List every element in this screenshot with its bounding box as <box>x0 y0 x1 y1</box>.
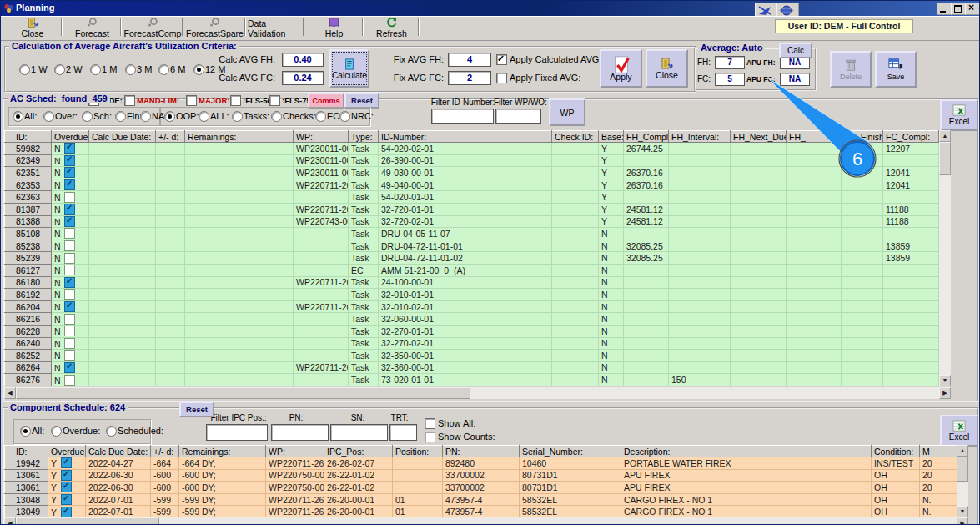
radio-over[interactable] <box>43 111 54 122</box>
column-header[interactable]: FH_ <box>787 131 842 143</box>
radio-checks[interactable] <box>271 111 282 122</box>
column-header[interactable]: ID: <box>13 131 52 143</box>
column-header[interactable]: Check ID: <box>552 131 599 143</box>
row-checkbox[interactable] <box>64 326 75 336</box>
row-checkbox[interactable] <box>64 265 75 275</box>
restore-button[interactable] <box>951 3 966 15</box>
avg-fc-field[interactable]: 5 <box>715 73 745 86</box>
row-checkbox[interactable] <box>61 507 72 517</box>
show-all-checkbox[interactable] <box>425 418 435 429</box>
scroll-down-button[interactable]: ▼ <box>957 506 968 517</box>
table-row[interactable]: 62351NWP230011-004Task49-030-00-01Y26370… <box>5 167 939 179</box>
toolbar-close-button[interactable]: Close <box>4 17 61 38</box>
table-row[interactable]: 19942Y2022-04-27-664-664 DY;WP220711-267… <box>5 457 957 470</box>
radio-comp-all[interactable] <box>20 426 31 437</box>
row-checkbox[interactable] <box>64 179 75 190</box>
table-row[interactable]: 86192NTask32-010-01-01N <box>5 289 939 301</box>
column-header[interactable]: Overdue: <box>52 131 89 143</box>
table-row[interactable]: 86228NTask32-270-01-01N <box>5 325 939 337</box>
column-header[interactable]: Remainings: <box>185 131 294 143</box>
row-checkbox[interactable] <box>64 240 75 251</box>
table-row[interactable]: 13049Y2022-07-01-599-599 DY;WP220711-267… <box>5 506 957 517</box>
show-counts-checkbox[interactable] <box>425 432 435 442</box>
row-checkbox[interactable] <box>64 338 75 349</box>
table-row[interactable]: 85108NTaskDRU-04-05-11-07N <box>5 228 939 240</box>
scroll-right-button[interactable]: ▶ <box>957 517 968 525</box>
calc-close-button[interactable]: Close <box>646 49 688 88</box>
calculate-button[interactable]: Calculate <box>329 49 369 88</box>
column-header[interactable]: Remainings: <box>179 446 266 457</box>
row-checkbox[interactable] <box>64 375 75 386</box>
radio-3m[interactable] <box>125 64 136 75</box>
save-button[interactable]: Save <box>875 51 917 88</box>
radio-nrc[interactable] <box>339 111 350 122</box>
table-row[interactable]: 13061Y2022-06-30-600-600 DY;WP220750-004… <box>5 482 957 494</box>
fix-avg-fc-field[interactable]: 2 <box>448 71 491 85</box>
row-checkbox[interactable] <box>64 167 75 178</box>
column-header[interactable]: +/- d: <box>156 131 185 143</box>
radio-oop[interactable] <box>164 111 175 122</box>
column-header[interactable]: Position: <box>393 446 443 457</box>
titlebar[interactable]: Planning <box>1 1 979 16</box>
table-row[interactable]: 86252NTask32-350-00-01N <box>5 350 939 362</box>
table-row[interactable]: 86204NWP220711-267Task32-010-02-01N <box>5 300 939 313</box>
ac-hscrollbar[interactable]: ◀ ▶ <box>4 387 951 399</box>
column-header[interactable]: Calc Due Date: <box>89 131 156 143</box>
column-header[interactable]: Description: <box>621 446 872 457</box>
row-checkbox[interactable] <box>64 143 75 154</box>
column-header[interactable]: FH_Finish: <box>842 131 883 143</box>
table-row[interactable]: 59982NWP230011-004Task54-020-02-01Y26744… <box>5 143 939 155</box>
filter-ipc-input[interactable] <box>206 424 268 441</box>
column-header[interactable]: PN: <box>443 446 520 457</box>
table-row[interactable]: 13061Y2022-06-30-600-600 DY;WP220750-004… <box>5 469 957 482</box>
wp-button[interactable]: WP <box>549 98 585 126</box>
radio-2w[interactable] <box>54 64 65 75</box>
radio-all2[interactable] <box>199 111 209 122</box>
ac-vscrollbar[interactable]: ▲ ▼ <box>939 130 951 386</box>
radio-12m[interactable] <box>193 64 204 75</box>
component-reset-button[interactable]: Reset <box>179 401 214 417</box>
trt-input[interactable] <box>389 424 417 441</box>
scroll-down-button[interactable]: ▼ <box>939 375 951 386</box>
component-hscroll-thumb[interactable] <box>16 517 159 525</box>
row-checkbox[interactable] <box>64 362 75 373</box>
radio-sch[interactable] <box>82 111 93 122</box>
table-row[interactable]: 62353NWP220711-267Task49-040-00-01Y26370… <box>5 179 939 191</box>
table-row[interactable]: 81387NWP220711-267Task32-720-01-01Y24581… <box>5 203 939 215</box>
table-row[interactable]: 81388NWP220743-004Task32-720-02-01Y24581… <box>5 215 939 228</box>
table-row[interactable]: 85239NTaskDRU-04-72-11-01-02N32085.25138… <box>5 252 939 265</box>
row-checkbox[interactable] <box>64 228 75 239</box>
radio-1m[interactable] <box>90 64 101 75</box>
column-header[interactable]: Condition: <box>872 446 920 457</box>
calc-avg-fh-field[interactable]: 0.40 <box>282 53 324 67</box>
apply-calculated-checkbox[interactable] <box>496 54 507 65</box>
table-row[interactable]: 62349NWP230011-004Task26-390-00-01Y <box>5 154 939 167</box>
column-header[interactable]: Overdue: <box>48 446 86 457</box>
row-checkbox[interactable] <box>64 192 75 203</box>
table-row[interactable]: 86264NWP220711-267Task32-360-00-01N <box>5 361 939 374</box>
row-checkbox[interactable] <box>64 350 75 361</box>
row-checkbox[interactable] <box>61 482 72 492</box>
column-header[interactable]: Calc Due Date: <box>86 446 151 457</box>
column-header[interactable]: M <box>920 446 957 457</box>
column-header[interactable]: IPC_Pos: <box>324 446 393 457</box>
ac-vscroll-thumb[interactable] <box>939 142 951 175</box>
row-checkbox[interactable] <box>64 253 75 264</box>
table-row[interactable]: 86240NTask32-270-02-01N <box>5 337 939 350</box>
row-checkbox[interactable] <box>61 457 72 468</box>
column-header[interactable]: ID-Number: <box>379 131 552 143</box>
close-window-button[interactable] <box>965 3 980 15</box>
avg-fh-field[interactable]: 7 <box>715 56 745 69</box>
toolbar-help-button[interactable]: Help <box>306 17 362 38</box>
minimize-button[interactable] <box>937 3 952 15</box>
radio-tasks[interactable] <box>232 111 243 122</box>
calc-avg-fc-field[interactable]: 0.24 <box>282 71 324 85</box>
filter-wp-input[interactable] <box>495 109 541 124</box>
fls75-checkbox[interactable] <box>269 95 280 106</box>
scroll-up-button[interactable]: ▲ <box>957 445 968 457</box>
column-header[interactable]: FC_Compl: <box>883 131 939 143</box>
toolbar-data-validation-button[interactable]: Data Validation <box>248 17 303 38</box>
row-checkbox[interactable] <box>64 277 75 288</box>
apply-fixed-checkbox[interactable] <box>496 73 507 83</box>
component-excel-button[interactable]: Excel <box>940 415 978 447</box>
